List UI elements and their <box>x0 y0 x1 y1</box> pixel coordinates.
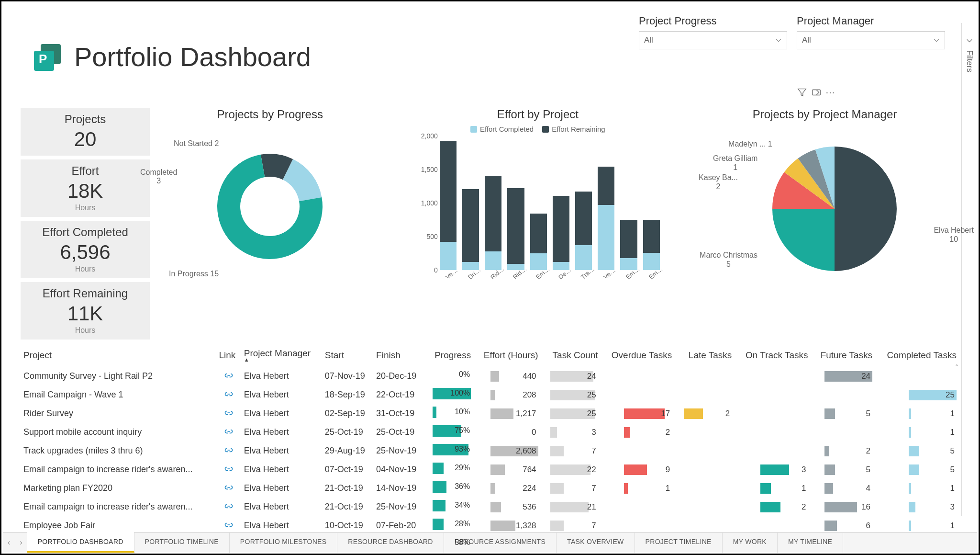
chevron-down-icon <box>933 37 940 44</box>
filter-progress-label: Project Progress <box>639 15 787 27</box>
table-row[interactable]: Support mobile account inquiryElva Heber… <box>21 423 959 442</box>
col-project[interactable]: Project <box>21 344 216 367</box>
col-late-tasks[interactable]: Late Tasks <box>675 344 735 367</box>
link-icon[interactable] <box>224 408 234 418</box>
col-finish[interactable]: Finish <box>373 344 424 367</box>
project-table[interactable]: ProjectLinkProject Manager▲StartFinishPr… <box>21 344 959 555</box>
tab-nav-next[interactable]: › <box>15 538 27 547</box>
link-icon[interactable] <box>224 521 234 530</box>
tab-my-work[interactable]: MY WORK <box>723 532 778 553</box>
col-link[interactable]: Link <box>216 344 241 367</box>
link-icon[interactable] <box>224 502 234 511</box>
chart-projects-by-progress[interactable]: Projects by Progress Not Started 2 Compl… <box>155 108 386 340</box>
col-project-manager[interactable]: Project Manager▲ <box>241 344 322 367</box>
filter-manager-select[interactable]: All <box>797 31 945 49</box>
kpi-effort: Effort 18K Hours <box>21 159 150 217</box>
table-row[interactable]: Email Campaign - Wave 1Elva Hebert18-Sep… <box>21 385 959 404</box>
tab-portfolio-timeline[interactable]: PORTFOLIO TIMELINE <box>134 532 230 553</box>
tab-portfolio-milestones[interactable]: PORTFOLIO MILESTONES <box>230 532 338 553</box>
chart-projects-by-manager[interactable]: Projects by Project Manager Madelyn ... … <box>690 108 959 340</box>
scroll-up-icon[interactable]: ˄ <box>955 363 958 371</box>
col-future-tasks[interactable]: Future Tasks <box>811 344 876 367</box>
col-start[interactable]: Start <box>322 344 373 367</box>
col-effort-hours-[interactable]: Effort (Hours) <box>474 344 541 367</box>
tab-my-timeline[interactable]: MY TIMELINE <box>778 532 843 553</box>
table-row[interactable]: Track upgrades (miles 3 thru 6)Elva Hebe… <box>21 442 959 460</box>
app-logo: P <box>30 39 65 74</box>
table-row[interactable]: Rider SurveyElva Hebert02-Sep-1931-Oct-1… <box>21 404 959 423</box>
tab-portfolio-dashboard[interactable]: PORTFOLIO DASHBOARD <box>27 532 134 553</box>
page-title: Portfolio Dashboard <box>74 41 311 72</box>
tab-resource-dashboard[interactable]: RESOURCE DASHBOARD <box>337 532 444 553</box>
tab-task-overview[interactable]: TASK OVERVIEW <box>557 532 635 553</box>
table-row[interactable]: Email campaign to increase rider's aware… <box>21 460 959 479</box>
share-icon[interactable] <box>811 87 822 98</box>
table-row[interactable]: Community Survey - Light Rail P2Elva Heb… <box>21 367 959 386</box>
table-row[interactable]: Email campaign to increase rider's aware… <box>21 498 959 516</box>
col-overdue-tasks[interactable]: Overdue Tasks <box>601 344 675 367</box>
link-icon[interactable] <box>224 427 234 437</box>
tab-nav-prev[interactable]: ‹ <box>3 538 15 547</box>
sheet-tabs: ‹ › PORTFOLIO DASHBOARDPORTFOLIO TIMELIN… <box>3 532 977 552</box>
kpi-effort-remaining: Effort Remaining 11K Hours <box>21 282 150 340</box>
link-icon[interactable] <box>224 446 234 455</box>
link-icon[interactable] <box>224 371 234 381</box>
link-icon[interactable] <box>224 390 234 399</box>
chevron-down-icon <box>775 37 782 44</box>
link-icon[interactable] <box>224 464 234 474</box>
svg-text:P: P <box>39 52 47 66</box>
more-icon[interactable]: ⋯ <box>825 87 835 98</box>
col-on-track-tasks[interactable]: On Track Tasks <box>735 344 811 367</box>
funnel-icon[interactable] <box>797 87 807 98</box>
chart-effort-by-project[interactable]: Effort by Project Effort Completed Effor… <box>390 108 686 340</box>
kpi-effort-completed: Effort Completed 6,596 Hours <box>21 221 150 278</box>
col-completed-tasks[interactable]: Completed Tasks <box>875 344 959 367</box>
col-progress[interactable]: Progress <box>424 344 474 367</box>
tab-project-timeline[interactable]: PROJECT TIMELINE <box>635 532 723 553</box>
table-row[interactable]: Marketing plan FY2020Elva Hebert21-Oct-1… <box>21 479 959 498</box>
kpi-projects: Projects 20 <box>21 108 150 156</box>
link-icon[interactable] <box>224 483 234 493</box>
filter-manager-label: Project Manager <box>797 15 945 27</box>
filter-progress-select[interactable]: All <box>639 31 787 49</box>
col-task-count[interactable]: Task Count <box>541 344 601 367</box>
filters-side-tab[interactable]: Filters <box>961 23 977 516</box>
